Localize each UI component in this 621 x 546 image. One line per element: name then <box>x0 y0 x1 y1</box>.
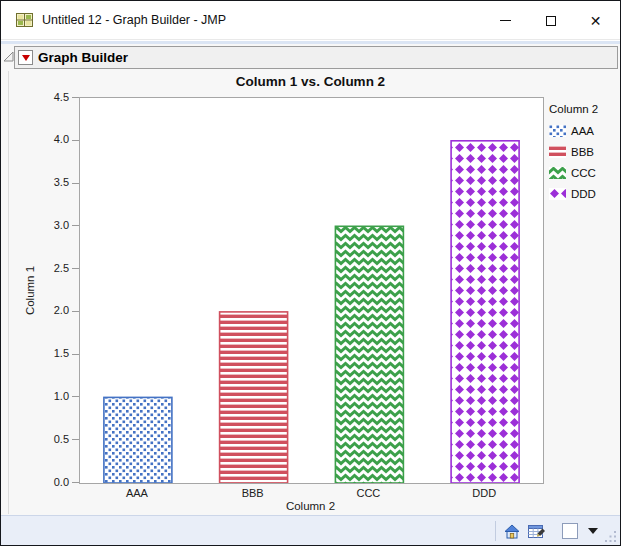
legend-label: DDD <box>571 188 596 200</box>
y-axis-label[interactable]: Column 1 <box>24 98 39 483</box>
legend-swatch-dots <box>549 125 566 137</box>
legend-item-CCC[interactable]: CCC <box>549 166 598 179</box>
y-tick-mark <box>72 97 79 98</box>
y-tick-label: 0.0 <box>35 476 69 488</box>
dropdown-arrow-icon[interactable] <box>588 528 598 534</box>
maximize-button[interactable] <box>528 1 573 40</box>
y-tick-mark <box>72 396 79 397</box>
red-triangle-menu-button[interactable] <box>18 50 33 65</box>
bar-CCC[interactable] <box>335 226 403 483</box>
legend-item-BBB[interactable]: BBB <box>549 145 598 158</box>
x-tick-label-CCC: CCC <box>311 487 427 499</box>
legend-label: CCC <box>571 167 596 179</box>
data-table-button[interactable] <box>528 524 546 539</box>
legend-item-AAA[interactable]: AAA <box>549 124 598 137</box>
y-tick-mark <box>72 140 79 141</box>
resize-grip[interactable] <box>604 530 617 543</box>
y-tick-label: 2.5 <box>35 262 69 274</box>
data-table-icon <box>528 524 546 539</box>
maximize-icon <box>546 16 556 26</box>
y-tick-mark <box>72 183 79 184</box>
legend-swatch-zigzag <box>549 167 566 179</box>
status-separator <box>495 521 496 541</box>
legend-swatch-diamonds <box>549 188 566 200</box>
y-tick-label: 4.5 <box>35 91 69 103</box>
legend-label: BBB <box>571 146 594 158</box>
y-tick-label: 1.5 <box>35 347 69 359</box>
y-tick-label: 4.0 <box>35 133 69 145</box>
home-button[interactable] <box>504 524 520 539</box>
home-icon <box>504 524 520 539</box>
y-tick-mark <box>72 439 79 440</box>
window-title: Untitled 12 - Graph Builder - JMP <box>42 13 226 27</box>
legend-swatch-hstripes <box>549 146 566 158</box>
jmp-window: Untitled 12 - Graph Builder - JMP ✕ Grap… <box>0 0 621 546</box>
x-tick-label-DDD: DDD <box>426 487 542 499</box>
close-button[interactable]: ✕ <box>573 1 618 40</box>
y-tick-mark <box>72 268 79 269</box>
graph-builder-outline-header[interactable]: Graph Builder <box>14 46 618 69</box>
window-controls: ✕ <box>483 1 618 40</box>
legend-label: AAA <box>571 125 594 137</box>
y-tick-label: 3.0 <box>35 219 69 231</box>
outline-title: Graph Builder <box>38 50 128 65</box>
bar-DDD[interactable] <box>451 141 519 483</box>
minimize-button[interactable] <box>483 1 528 40</box>
red-triangle-icon <box>22 55 30 61</box>
y-tick-mark <box>72 354 79 355</box>
outline-connector-line <box>8 71 9 514</box>
y-tick-label: 2.0 <box>35 304 69 316</box>
close-icon: ✕ <box>590 14 602 28</box>
y-tick-mark <box>72 311 79 312</box>
y-tick-label: 1.0 <box>35 390 69 402</box>
jmp-app-icon <box>16 12 33 28</box>
status-bar <box>1 515 620 546</box>
legend: Column 2 AAABBBCCCDDD <box>549 103 598 208</box>
legend-entries: AAABBBCCCDDD <box>549 124 598 200</box>
y-tick-label: 3.5 <box>35 176 69 188</box>
legend-item-DDD[interactable]: DDD <box>549 187 598 200</box>
chart-title[interactable]: Column 1 vs. Column 2 <box>79 74 542 89</box>
x-tick-label-AAA: AAA <box>79 487 195 499</box>
y-tick-label: 0.5 <box>35 433 69 445</box>
minimize-icon <box>500 20 511 21</box>
y-tick-mark <box>72 482 79 483</box>
status-icon-group <box>495 516 598 546</box>
bar-BBB[interactable] <box>220 312 288 483</box>
selection-color-box[interactable] <box>562 523 578 539</box>
bar-AAA[interactable] <box>104 397 172 483</box>
bar-chart-canvas <box>80 98 543 483</box>
x-axis-label[interactable]: Column 2 <box>79 500 542 512</box>
x-tick-label-BBB: BBB <box>195 487 311 499</box>
y-tick-mark <box>72 225 79 226</box>
legend-title: Column 2 <box>549 103 598 115</box>
